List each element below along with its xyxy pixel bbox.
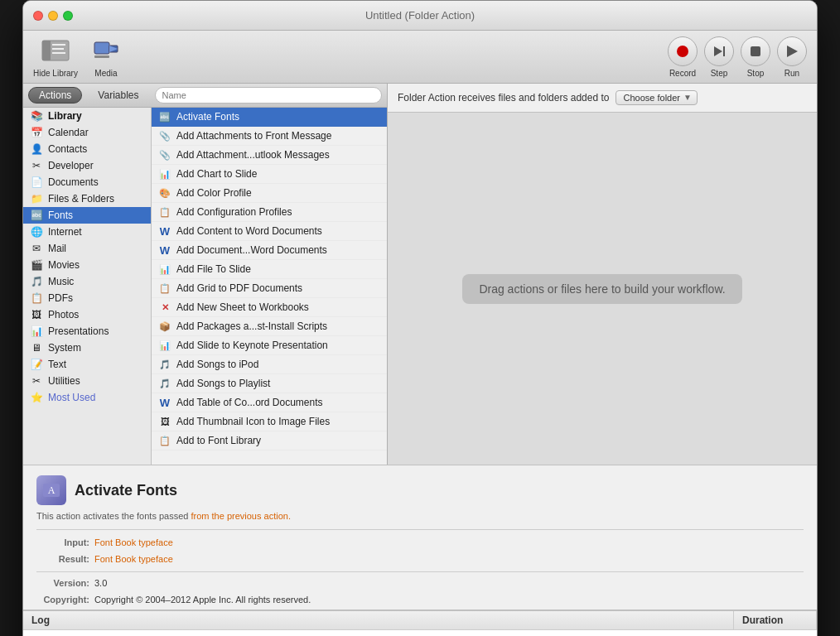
- sidebar-item-system[interactable]: 🖥 System: [23, 340, 151, 356]
- action-add-songs-ipod[interactable]: 🎵 Add Songs to iPod: [152, 355, 387, 374]
- most-used-icon: ⭐: [30, 391, 43, 404]
- action-add-chart-slide[interactable]: 📊 Add Chart to Slide: [152, 165, 387, 184]
- sidebar-item-music[interactable]: 🎵 Music: [23, 273, 151, 290]
- sidebar-item-fonts[interactable]: 🔤 Fonts: [23, 207, 151, 224]
- sidebar-item-utilities[interactable]: ✂ Utilities: [23, 373, 151, 389]
- add-file-slide-label: Add File To Slide: [176, 263, 251, 275]
- add-color-profile-label: Add Color Profile: [176, 187, 252, 199]
- log-header: Log Duration: [23, 611, 817, 630]
- sidebar-item-files-folders[interactable]: 📁 Files & Folders: [23, 190, 151, 207]
- hide-library-label: Hide Library: [33, 69, 78, 78]
- sidebar-item-internet[interactable]: 🌐 Internet: [23, 224, 151, 240]
- add-font-library-icon: 📋: [158, 434, 171, 447]
- files-folders-icon: 📁: [30, 192, 43, 205]
- stop-button[interactable]: Stop: [741, 36, 770, 78]
- panels-row: 📚 Library 📅 Calendar 👤 Contacts ✂ Develo…: [23, 108, 387, 465]
- window-subtitle: (Folder Action): [405, 9, 476, 22]
- action-add-new-sheet[interactable]: ✕ Add New Sheet to Workbooks: [152, 298, 387, 317]
- action-add-document-word[interactable]: W Add Document...Word Documents: [152, 241, 387, 260]
- music-icon: 🎵: [30, 275, 43, 288]
- add-file-slide-icon: 📊: [158, 263, 171, 276]
- info-action-icon: A: [36, 475, 66, 505]
- action-add-songs-playlist[interactable]: 🎵 Add Songs to Playlist: [152, 374, 387, 393]
- minimize-button[interactable]: [48, 11, 58, 21]
- search-input[interactable]: [155, 87, 383, 104]
- svg-rect-4: [52, 52, 65, 54]
- developer-icon: ✂: [30, 159, 43, 172]
- step-button[interactable]: Step: [704, 36, 734, 78]
- action-add-slide-keynote[interactable]: 📊 Add Slide to Keynote Presentation: [152, 336, 387, 355]
- step-label: Step: [711, 69, 728, 78]
- media-icon: [91, 36, 121, 65]
- sidebar-item-contacts[interactable]: 👤 Contacts: [23, 141, 151, 157]
- run-button[interactable]: Run: [777, 36, 807, 78]
- variables-tab[interactable]: Variables: [87, 87, 149, 104]
- close-button[interactable]: [33, 11, 43, 21]
- most-used-label: Most Used: [48, 392, 95, 403]
- hide-library-icon: [41, 36, 70, 65]
- sidebar-item-mail[interactable]: ✉ Mail: [23, 240, 151, 257]
- action-add-table-word[interactable]: W Add Table of Co...ord Documents: [152, 393, 387, 412]
- toolbar-right: Record Step Stop: [668, 36, 807, 78]
- add-attachments-front-label: Add Attachments to Front Message: [176, 130, 331, 142]
- sidebar-item-photos[interactable]: 🖼 Photos: [23, 306, 151, 323]
- actions-panel: 🔤 Activate Fonts 📎 Add Attachments to Fr…: [152, 108, 387, 465]
- add-songs-ipod-label: Add Songs to iPod: [176, 359, 258, 370]
- info-version-row: Version: 3.0: [36, 576, 804, 592]
- action-add-attachment-outlook[interactable]: 📎 Add Attachment...utlook Messages: [152, 146, 387, 165]
- sidebar-item-pdfs[interactable]: 📋 PDFs: [23, 290, 151, 306]
- main-window: Untitled (Folder Action) Hide Library: [22, 0, 818, 636]
- right-panel: Folder Action receives files and folders…: [388, 84, 817, 465]
- sidebar-item-developer[interactable]: ✂ Developer: [23, 157, 151, 174]
- add-attachments-front-icon: 📎: [158, 129, 171, 142]
- utilities-label: Utilities: [48, 375, 80, 387]
- action-add-font-library[interactable]: 📋 Add to Font Library: [152, 431, 387, 450]
- developer-label: Developer: [48, 160, 94, 171]
- music-label: Music: [48, 276, 74, 287]
- sidebar-item-calendar[interactable]: 📅 Calendar: [23, 124, 151, 141]
- sidebar-item-presentations[interactable]: 📊 Presentations: [23, 323, 151, 340]
- presentations-label: Presentations: [48, 325, 109, 337]
- record-button[interactable]: Record: [668, 36, 698, 78]
- mail-label: Mail: [48, 243, 66, 254]
- add-font-library-label: Add to Font Library: [176, 435, 261, 446]
- sidebar-item-most-used[interactable]: ⭐ Most Used: [23, 389, 151, 406]
- calendar-icon: 📅: [30, 126, 43, 139]
- contacts-icon: 👤: [30, 142, 43, 156]
- action-add-color-profile[interactable]: 🎨 Add Color Profile: [152, 184, 387, 203]
- action-add-file-slide[interactable]: 📊 Add File To Slide: [152, 260, 387, 279]
- info-title: Activate Fonts: [75, 482, 177, 499]
- step-icon: [704, 36, 734, 66]
- svg-rect-1: [42, 41, 51, 60]
- action-activate-fonts[interactable]: 🔤 Activate Fonts: [152, 108, 387, 127]
- actions-tab[interactable]: Actions: [28, 87, 82, 104]
- library-root-label: Library: [48, 110, 82, 122]
- movies-icon: 🎬: [30, 258, 43, 272]
- sidebar-item-documents[interactable]: 📄 Documents: [23, 174, 151, 190]
- hide-library-button[interactable]: Hide Library: [33, 36, 78, 78]
- library-root[interactable]: 📚 Library: [23, 108, 151, 124]
- stop-label: Stop: [747, 69, 765, 78]
- action-add-packages[interactable]: 📦 Add Packages a...st-Install Scripts: [152, 317, 387, 336]
- action-add-thumbnail[interactable]: 🖼 Add Thumbnail Icon to Image Files: [152, 412, 387, 431]
- result-value: Font Book typeface: [94, 552, 173, 568]
- svg-rect-3: [52, 48, 64, 50]
- dropdown-arrow: ▼: [683, 93, 692, 102]
- media-button[interactable]: Media: [91, 36, 121, 78]
- action-add-attachments-front[interactable]: 📎 Add Attachments to Front Message: [152, 127, 387, 146]
- add-table-word-icon: W: [158, 396, 171, 409]
- action-add-grid-pdf[interactable]: 📋 Add Grid to PDF Documents: [152, 279, 387, 298]
- action-add-content-word[interactable]: W Add Content to Word Documents: [152, 222, 387, 241]
- add-configuration-label: Add Configuration Profiles: [176, 206, 292, 218]
- add-songs-playlist-label: Add Songs to Playlist: [176, 378, 270, 389]
- input-label: Input:: [36, 535, 94, 552]
- add-table-word-label: Add Table of Co...ord Documents: [176, 397, 323, 408]
- sidebar-item-movies[interactable]: 🎬 Movies: [23, 257, 151, 273]
- action-add-configuration[interactable]: 📋 Add Configuration Profiles: [152, 203, 387, 222]
- input-value-text: Font Book typeface: [94, 537, 173, 547]
- workflow-drop-area[interactable]: Drag actions or files here to build your…: [388, 113, 817, 465]
- maximize-button[interactable]: [63, 11, 73, 21]
- choose-folder-dropdown[interactable]: Choose folder ▼: [616, 90, 698, 105]
- sidebar-item-text[interactable]: 📝 Text: [23, 356, 151, 373]
- info-copyright-row: Copyright: Copyright © 2004–2012 Apple I…: [36, 592, 804, 609]
